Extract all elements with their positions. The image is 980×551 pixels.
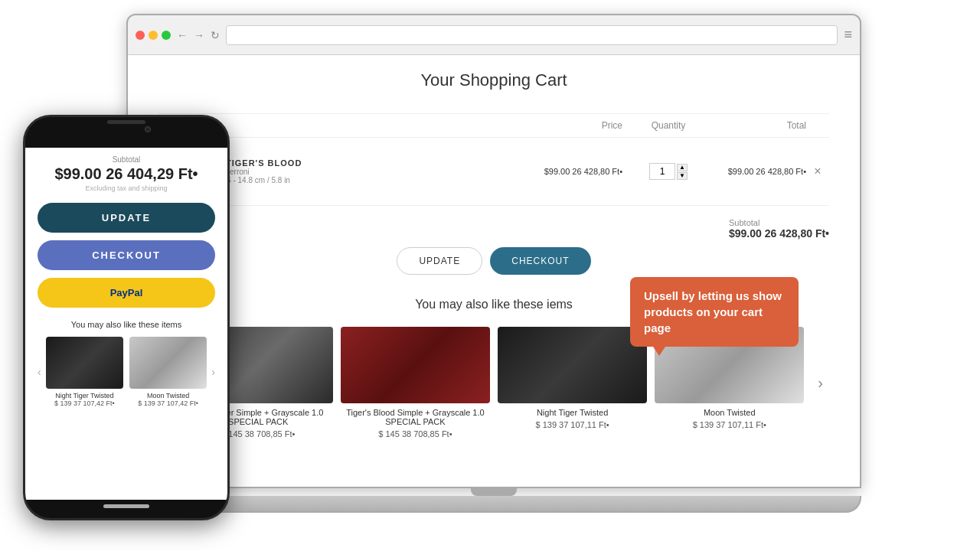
phone-also-title: You may also like these items <box>38 320 215 329</box>
phone-product-price-1: $ 139 37 107,42 Ft• <box>46 399 123 407</box>
product-name-4: Moon Twisted <box>655 408 804 417</box>
carousel-next-button[interactable]: › <box>812 371 829 395</box>
quantity-up-button[interactable]: ▲ <box>677 164 688 171</box>
phone-screen: Subtotal $99.00 26 404,29 Ft• Excluding … <box>25 145 227 500</box>
phone-paypal-button[interactable]: PayPal <box>38 278 215 308</box>
quantity-input[interactable] <box>649 163 675 180</box>
col-remove-header <box>806 120 829 131</box>
phone-products: ‹ Night Tiger Twisted $ 139 37 107,42 Ft… <box>38 337 215 407</box>
phone-subtotal-label: Subtotal <box>38 155 215 164</box>
page-title: Your Shopping Cart <box>158 70 829 90</box>
laptop: ← → ↻ ≡ Your Shopping Cart Product Price… <box>126 14 861 519</box>
nav-buttons: ← → ↻ <box>177 29 220 41</box>
item-brand: verroni <box>226 168 531 176</box>
quantity-buttons: ▲ ▼ <box>677 164 688 180</box>
subtotal-label: Subtotal <box>729 218 829 227</box>
col-total-header: Total <box>714 120 806 131</box>
cart-table-header: Product Price Quantity Total <box>158 113 829 138</box>
phone-product-grid: Night Tiger Twisted $ 139 37 107,42 Ft• … <box>46 337 207 407</box>
subtotal-amount: $99.00 26 428,80 Ft• <box>729 227 829 240</box>
forward-button[interactable]: → <box>194 29 204 41</box>
phone-carousel-next[interactable]: › <box>211 366 215 378</box>
phone-camera <box>145 126 151 132</box>
menu-icon[interactable]: ≡ <box>844 27 852 43</box>
product-price-2: $ 145 38 708,85 Ft• <box>341 429 490 439</box>
item-price: $99.00 26 428,80 Ft• <box>531 167 622 176</box>
laptop-base <box>126 496 861 513</box>
phone-product-2: Moon Twisted $ 139 37 107,42 Ft• <box>129 337 207 407</box>
item-variant: S - 14.8 cm / 5.8 in <box>226 176 531 184</box>
col-empty <box>220 120 531 131</box>
back-button[interactable]: ← <box>177 29 188 41</box>
item-info: TIGER'S BLOOD verroni S - 14.8 cm / 5.8 … <box>220 158 531 184</box>
phone-subtotal: $99.00 26 404,29 Ft• <box>38 165 215 183</box>
phone-checkout-button[interactable]: CHECKOUT <box>38 240 215 270</box>
phone-product-name-2: Moon Twisted <box>129 392 207 399</box>
traffic-lights <box>136 31 171 40</box>
col-price-header: Price <box>531 120 622 131</box>
phone-thumb-2 <box>129 337 207 389</box>
phone-carousel-prev[interactable]: ‹ <box>38 366 41 378</box>
phone-thumb-1 <box>46 337 123 389</box>
address-bar[interactable] <box>226 25 838 45</box>
phone-product-1: Night Tiger Twisted $ 139 37 107,42 Ft• <box>46 337 123 407</box>
cart-actions: UPDATE CHECKOUT <box>158 247 829 275</box>
cart-footer: Subtotal $99.00 26 428,80 Ft• <box>158 218 829 240</box>
close-window-button[interactable] <box>136 31 145 40</box>
laptop-body: ← → ↻ ≡ Your Shopping Cart Product Price… <box>126 14 861 488</box>
scene: ← → ↻ ≡ Your Shopping Cart Product Price… <box>0 0 980 551</box>
update-cart-button[interactable]: UPDATE <box>397 247 482 275</box>
phone-home-bar[interactable] <box>103 504 149 508</box>
cart-item: TIGER'S BLOOD verroni S - 14.8 cm / 5.8 … <box>158 138 829 206</box>
phone-speaker <box>107 120 145 124</box>
item-total: $99.00 26 428,80 Ft• <box>714 167 806 176</box>
phone-excl-text: Excluding tax and shipping <box>38 184 215 192</box>
product-thumb-2 <box>341 327 490 403</box>
item-name: TIGER'S BLOOD <box>226 158 531 168</box>
col-qty-header: Quantity <box>622 120 714 131</box>
product-card-3: Night Tiger Twisted $ 139 37 107,11 Ft• <box>498 327 647 439</box>
remove-item-button[interactable]: × <box>806 165 829 178</box>
refresh-button[interactable]: ↻ <box>211 29 220 41</box>
quantity-down-button[interactable]: ▼ <box>677 172 688 180</box>
product-name-3: Night Tiger Twisted <box>498 408 647 417</box>
product-thumb-3 <box>498 327 647 403</box>
phone-product-price-2: $ 139 37 107,42 Ft• <box>129 399 207 407</box>
browser-content: Your Shopping Cart Product Price Quantit… <box>128 55 860 487</box>
laptop-notch <box>471 488 517 496</box>
phone-product-name-1: Night Tiger Twisted <box>46 392 123 399</box>
maximize-window-button[interactable] <box>162 31 171 40</box>
phone-update-button[interactable]: UPDATE <box>38 203 215 233</box>
browser-chrome: ← → ↻ ≡ <box>128 15 860 55</box>
product-price-3: $ 139 37 107,11 Ft• <box>498 420 647 429</box>
minimize-window-button[interactable] <box>149 31 158 40</box>
phone: Subtotal $99.00 26 404,29 Ft• Excluding … <box>23 115 230 520</box>
product-card-2: Tiger's Blood Simple + Grayscale 1.0 SPE… <box>341 327 490 439</box>
product-name-2: Tiger's Blood Simple + Grayscale 1.0 SPE… <box>341 408 490 426</box>
checkout-button[interactable]: CHECKOUT <box>490 247 590 275</box>
item-quantity: ▲ ▼ <box>622 163 714 180</box>
upsell-tooltip: Upsell by letting us show products on yo… <box>630 277 799 347</box>
product-price-4: $ 139 37 107,11 Ft• <box>655 420 804 429</box>
